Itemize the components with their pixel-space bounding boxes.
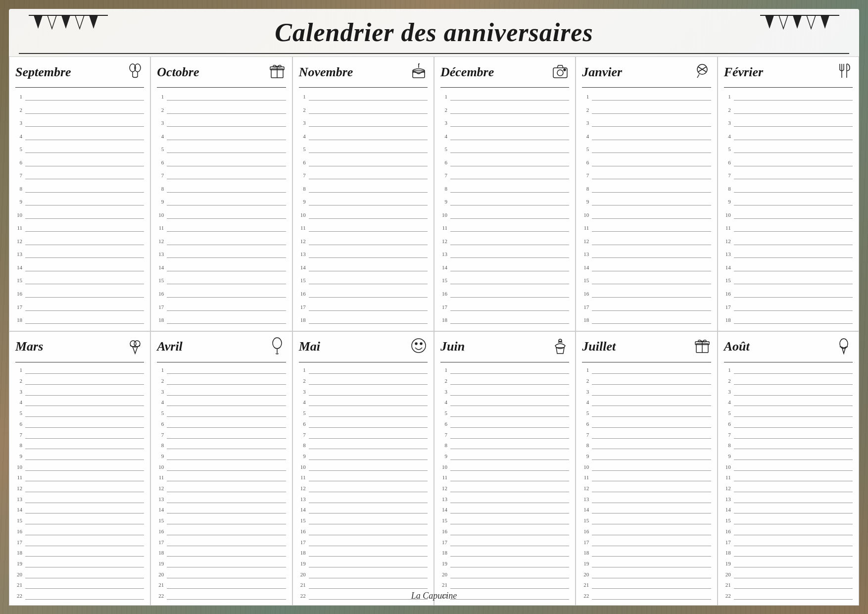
line-rule — [450, 560, 569, 567]
line-number: 12 — [582, 485, 589, 491]
line-number: 13 — [15, 496, 22, 502]
entry-line: 5 — [157, 409, 286, 417]
line-number: 8 — [157, 442, 164, 448]
svg-marker-3 — [61, 15, 70, 29]
entry-line: 17 — [582, 303, 711, 311]
line-number: 18 — [157, 550, 164, 556]
entry-line: 10 — [299, 462, 428, 471]
entry-line: 21 — [299, 580, 428, 589]
line-number: 4 — [440, 399, 447, 405]
line-number: 21 — [582, 582, 589, 588]
line-rule — [167, 388, 286, 396]
entry-line: 9 — [582, 452, 711, 460]
line-rule — [309, 171, 428, 179]
month-name-novembre: Novembre — [299, 65, 353, 80]
entry-line: 5 — [299, 409, 428, 417]
month-lines-janvier: 123456789101112131415161718 — [582, 90, 711, 327]
line-rule — [734, 106, 853, 114]
line-number: 14 — [724, 264, 731, 270]
line-rule — [167, 145, 286, 153]
month-name-janvier: Janvier — [582, 65, 622, 80]
entry-line: 18 — [157, 315, 286, 324]
entry-line: 2 — [582, 376, 711, 385]
entry-line: 21 — [15, 580, 144, 589]
line-number: 17 — [724, 539, 731, 545]
line-number: 14 — [440, 264, 447, 270]
entry-line: 11 — [15, 473, 144, 482]
entry-line: 17 — [299, 303, 428, 311]
line-number: 4 — [582, 399, 589, 405]
month-divider-novembre — [299, 87, 428, 88]
entry-line: 10 — [724, 462, 853, 471]
line-number: 12 — [440, 238, 447, 244]
entry-line: 6 — [440, 158, 569, 167]
entry-line: 17 — [157, 303, 286, 311]
line-rule — [450, 316, 569, 324]
line-number: 14 — [582, 507, 589, 512]
line-number: 9 — [724, 199, 731, 205]
line-rule — [309, 570, 428, 578]
line-number: 1 — [157, 94, 164, 100]
entry-line: 11 — [724, 223, 853, 232]
entry-line: 12 — [724, 237, 853, 246]
line-number: 20 — [157, 571, 164, 577]
line-rule — [25, 516, 144, 524]
line-rule — [450, 484, 569, 492]
line-rule — [309, 224, 428, 232]
line-number: 7 — [724, 172, 731, 178]
line-number: 8 — [299, 442, 306, 448]
line-rule — [734, 158, 853, 166]
line-rule — [25, 132, 144, 140]
entry-line: 14 — [724, 263, 853, 272]
line-number: 4 — [299, 133, 306, 139]
line-number: 2 — [440, 378, 447, 384]
entry-line: 18 — [157, 548, 286, 557]
line-number: 12 — [582, 238, 589, 244]
line-number: 13 — [582, 251, 589, 257]
entry-line: 18 — [724, 548, 853, 557]
line-number: 4 — [15, 133, 22, 139]
line-rule — [167, 224, 286, 232]
line-number: 8 — [724, 442, 731, 448]
entry-line: 18 — [15, 548, 144, 557]
line-number: 15 — [299, 517, 306, 523]
line-rule — [592, 276, 711, 284]
line-rule — [450, 198, 569, 205]
entry-line: 1 — [157, 365, 286, 374]
entry-line: 1 — [582, 365, 711, 374]
line-rule — [734, 473, 853, 481]
entry-line: 13 — [440, 495, 569, 504]
entry-line: 21 — [157, 580, 286, 589]
line-number: 18 — [724, 317, 731, 323]
line-number: 5 — [299, 146, 306, 152]
line-rule — [167, 250, 286, 258]
month-icon-janvier — [693, 62, 711, 82]
line-number: 10 — [157, 212, 164, 218]
line-number: 12 — [157, 238, 164, 244]
line-rule — [25, 441, 144, 449]
line-rule — [25, 570, 144, 578]
calendar-grid: Septembre 123456789101112131415161718Oct… — [9, 56, 859, 606]
entry-line: 5 — [157, 145, 286, 154]
line-rule — [309, 516, 428, 524]
line-rule — [309, 158, 428, 166]
line-number: 13 — [299, 251, 306, 257]
entry-line: 8 — [157, 184, 286, 193]
entry-line: 16 — [15, 527, 144, 536]
entry-line: 2 — [15, 376, 144, 385]
entry-line: 16 — [299, 289, 428, 298]
line-rule — [309, 276, 428, 284]
line-rule — [734, 211, 853, 219]
line-number: 9 — [582, 199, 589, 205]
line-number: 11 — [440, 474, 447, 480]
entry-line: 21 — [582, 580, 711, 589]
line-number: 11 — [724, 225, 731, 231]
line-number: 16 — [724, 291, 731, 297]
entry-line: 21 — [724, 580, 853, 589]
line-number: 20 — [582, 571, 589, 577]
line-rule — [734, 560, 853, 567]
month-icon-mai — [410, 337, 428, 357]
line-rule — [734, 527, 853, 535]
entry-line: 16 — [582, 289, 711, 298]
month-name-juillet: Juillet — [582, 339, 616, 354]
